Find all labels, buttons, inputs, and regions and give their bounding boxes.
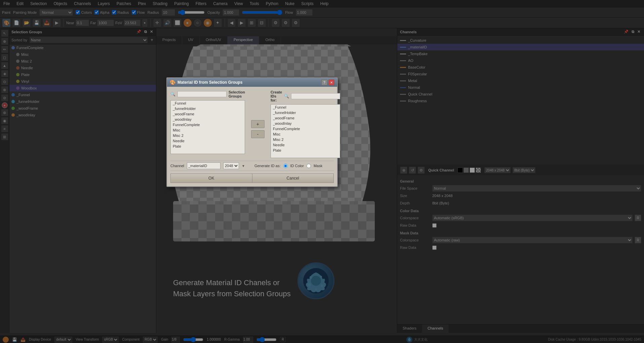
modal-footer: OK Cancel <box>170 174 334 183</box>
modal-list-item[interactable]: Plate <box>171 144 245 149</box>
modal-ok-button[interactable]: OK <box>170 174 252 183</box>
modal-list-item[interactable]: _woodInlay <box>171 117 245 122</box>
modal-generate-label: Generate ID as: <box>254 164 281 168</box>
modal-list-item[interactable]: Misc 2 <box>171 133 245 138</box>
modal-lists-row: 🔍 Selection Groups _Funnel _funnelHolder… <box>170 90 334 158</box>
modal-add-btn[interactable]: + <box>251 120 265 128</box>
modal-list-item[interactable]: _funnelHolder <box>271 110 340 115</box>
modal-size-dropdown-icon[interactable]: ▼ <box>242 164 245 168</box>
modal-sel-groups-header: 🔍 Selection Groups <box>170 90 245 98</box>
modal-search-icon-right: 🔍 <box>284 94 289 99</box>
modal-titlebar-icons: ? ✕ <box>321 79 334 85</box>
modal-list-item[interactable]: _Funnel <box>171 101 245 106</box>
modal-titlebar: 🎨 Material ID from Selection Groups ? ✕ <box>167 78 337 87</box>
modal-create-ids-header: Create IDs for: 🔍 <box>271 90 340 102</box>
modal-sel-groups-search[interactable] <box>177 91 227 97</box>
modal-create-ids-search[interactable] <box>291 93 340 99</box>
modal-list-item[interactable]: Misc <box>171 127 245 133</box>
modal-list-item[interactable]: _funnelHolder <box>171 106 245 111</box>
mask-label: Mask <box>314 164 322 168</box>
modal-list-item[interactable]: Needle <box>271 142 340 148</box>
modal-list-item[interactable]: Needle <box>171 138 245 144</box>
modal-list-item[interactable]: _woodFrame <box>271 115 340 121</box>
id-color-label: ID Color <box>290 164 304 168</box>
modal-list-item[interactable]: _woodInlay <box>271 121 340 126</box>
modal-cancel-button[interactable]: Cancel <box>252 174 334 183</box>
modal-middle-btns: + - <box>248 100 267 158</box>
modal-sel-groups-section: 🔍 Selection Groups _Funnel _funnelHolder… <box>170 90 245 158</box>
modal-sel-groups-label: Selection Groups <box>229 90 245 98</box>
modal-size-select[interactable]: 2048 1024 4096 <box>223 162 239 169</box>
modal-create-ids-section: Create IDs for: 🔍 _Funnel _funnelHolder … <box>271 90 340 158</box>
modal-app-icon: 🎨 <box>170 80 175 85</box>
modal-list-item[interactable]: Misc <box>271 131 340 137</box>
modal-list-item[interactable]: Plate <box>271 148 340 153</box>
modal-overlay: 🎨 Material ID from Selection Groups ? ✕ … <box>0 0 644 343</box>
modal-list-item[interactable]: FunnelComplete <box>271 126 340 131</box>
modal-channel-row: Channel 2048 1024 4096 ▼ Generate ID as:… <box>170 161 334 171</box>
modal-title: Material ID from Selection Groups <box>177 80 242 85</box>
modal-channel-input[interactable] <box>187 162 220 169</box>
modal-list-item[interactable]: _woodFrame <box>171 111 245 117</box>
modal-search-icon-left: 🔍 <box>170 92 175 97</box>
modal-list-item[interactable]: FunnelComplete <box>171 122 245 127</box>
modal-sel-groups-list: _Funnel _funnelHolder _woodFrame _woodIn… <box>170 100 245 154</box>
modal-close-btn[interactable]: ✕ <box>328 79 334 85</box>
modal-channel-label: Channel <box>170 164 184 168</box>
modal-list-item[interactable]: _Funnel <box>271 105 340 110</box>
modal-help-btn[interactable]: ? <box>321 79 327 85</box>
modal-body: 🔍 Selection Groups _Funnel _funnelHolder… <box>167 87 337 186</box>
modal-radio-group: ID Color Mask <box>283 164 323 168</box>
modal-create-ids-label: Create IDs for: <box>271 90 282 102</box>
id-color-radio[interactable] <box>283 164 288 168</box>
modal-dialog: 🎨 Material ID from Selection Groups ? ✕ … <box>166 77 338 187</box>
modal-create-ids-list: _Funnel _funnelHolder _woodFrame _woodIn… <box>271 104 340 158</box>
modal-list-item[interactable]: Misc 2 <box>271 137 340 142</box>
modal-remove-btn[interactable]: - <box>251 130 265 138</box>
mask-radio[interactable] <box>307 164 311 168</box>
